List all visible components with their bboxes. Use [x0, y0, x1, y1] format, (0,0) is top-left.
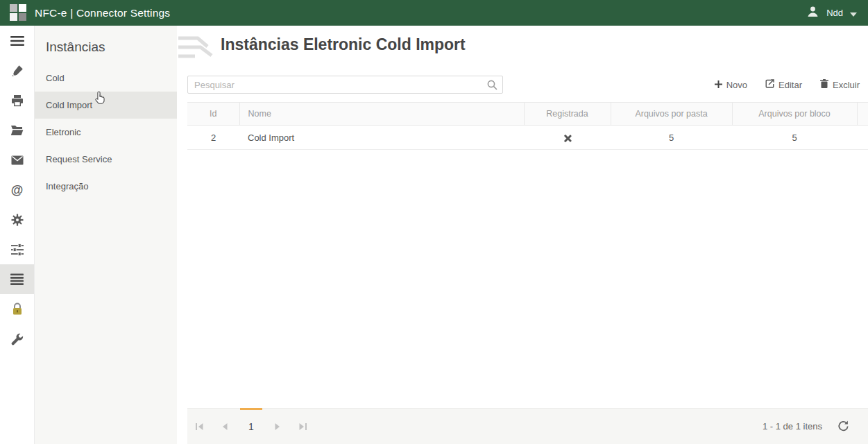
at-icon[interactable]: @ — [0, 175, 34, 205]
cell-id: 2 — [187, 126, 239, 150]
printer-icon[interactable] — [0, 85, 34, 115]
next-page-button[interactable] — [269, 418, 286, 435]
cell-spacer — [857, 126, 868, 150]
first-page-button[interactable] — [192, 418, 208, 435]
pager: 1 1 - 1 de 1 itens — [187, 408, 868, 444]
plus-icon — [715, 80, 722, 90]
sidebar-item-request-service[interactable]: Request Service — [35, 146, 177, 173]
refresh-button[interactable] — [835, 418, 851, 435]
page-1-button[interactable]: 1 — [241, 418, 261, 436]
page-title: Instâncias Eletronic Cold Import — [221, 35, 466, 54]
edit-icon — [765, 79, 774, 90]
false-icon — [563, 134, 572, 143]
main-content: Instâncias Eletronic Cold Import Novo — [177, 26, 868, 444]
user-name: Ndd — [826, 8, 843, 18]
pager-right: 1 - 1 de 1 itens — [763, 409, 868, 444]
mail-icon[interactable] — [0, 145, 34, 175]
pager-info: 1 - 1 de 1 itens — [763, 421, 822, 432]
menu-icon[interactable] — [0, 26, 34, 56]
column-header-registrada[interactable]: Registrada — [524, 103, 611, 126]
app-window: NFC-e | Connector Settings Ndd @ — [0, 0, 868, 444]
app-title: NFC-e | Connector Settings — [35, 7, 170, 19]
sidebar-item-eletronic[interactable]: Eletronic — [35, 119, 177, 146]
last-page-button[interactable] — [294, 418, 311, 435]
search-input[interactable] — [187, 76, 503, 94]
gear-icon[interactable] — [0, 205, 34, 234]
sidebar-title: Instâncias — [35, 26, 177, 65]
sidebar-item-cold-import[interactable]: Cold Import — [35, 92, 177, 119]
delete-button[interactable]: Excluir — [820, 79, 860, 90]
sidebar-item-cold[interactable]: Cold — [35, 65, 177, 92]
lock-icon[interactable] — [0, 294, 34, 324]
table-row[interactable]: 2 Cold Import 5 5 — [187, 126, 868, 150]
column-header-id[interactable]: Id — [187, 103, 239, 126]
wrench-icon[interactable] — [0, 324, 34, 354]
search-box — [187, 76, 503, 94]
new-button[interactable]: Novo — [715, 79, 747, 90]
data-grid: Id Nome Registrada Arquivos por pasta Ar… — [187, 102, 868, 150]
sidebar-item-integracao[interactable]: Integração — [35, 173, 177, 200]
topbar: NFC-e | Connector Settings Ndd — [0, 0, 868, 26]
toolbar: Novo Editar Excluir — [187, 75, 860, 94]
cell-arquivos-bloco: 5 — [732, 126, 857, 150]
cell-registrada — [524, 126, 611, 150]
column-header-nome[interactable]: Nome — [239, 103, 524, 126]
column-header-spacer — [857, 103, 868, 126]
app-logo — [10, 4, 27, 22]
instances-icon[interactable] — [0, 264, 34, 294]
grid-header-row: Id Nome Registrada Arquivos por pasta Ar… — [187, 103, 868, 126]
column-header-arquivos-pasta[interactable]: Arquivos por pasta — [611, 103, 732, 126]
trash-icon — [820, 79, 828, 90]
previous-page-button[interactable] — [216, 418, 233, 435]
user-menu[interactable]: Ndd — [806, 5, 857, 21]
user-icon — [806, 5, 819, 21]
column-header-arquivos-bloco[interactable]: Arquivos por bloco — [732, 103, 857, 126]
cell-nome: Cold Import — [239, 126, 524, 150]
chevron-down-icon — [850, 7, 857, 19]
sliders-icon[interactable] — [0, 234, 34, 264]
edit-button[interactable]: Editar — [765, 79, 802, 90]
folder-icon[interactable] — [0, 115, 34, 145]
pager-nav: 1 — [192, 409, 311, 444]
icon-rail: @ — [0, 26, 35, 444]
brush-icon[interactable] — [0, 56, 34, 85]
cell-arquivos-pasta: 5 — [611, 126, 732, 150]
page-watermark-icon — [177, 30, 217, 67]
search-icon — [487, 80, 497, 93]
toolbar-buttons: Novo Editar Excluir — [715, 79, 860, 90]
sidebar: Instâncias Cold Cold Import Eletronic Re… — [35, 26, 177, 444]
